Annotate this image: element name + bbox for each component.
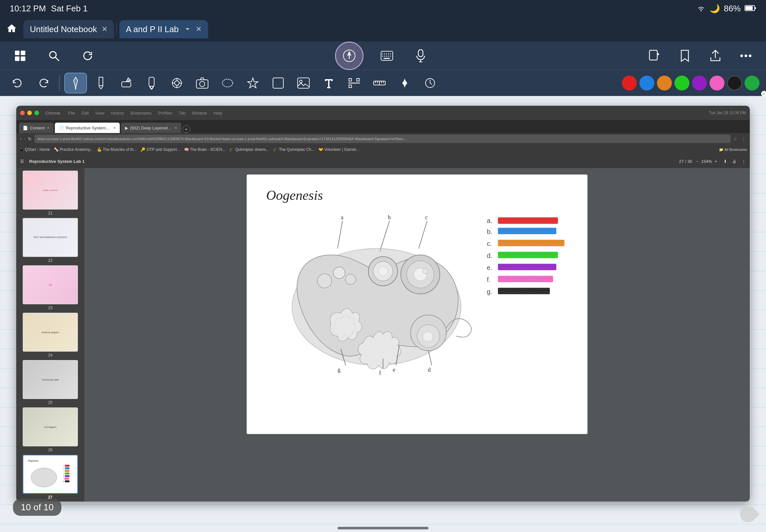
bmark-all[interactable]: 📁 All Bookmarks	[719, 148, 747, 152]
text-button[interactable]	[317, 73, 340, 93]
reload-btn[interactable]: ↻	[28, 136, 32, 141]
bookmarks-bar: 📱 QStart - Home 🦴 Practice Anatomy... 💪 …	[16, 145, 750, 154]
home-button[interactable]	[6, 24, 17, 35]
browser-menu-history[interactable]: History	[111, 111, 124, 115]
pdf-thumb-26[interactable]: cell diagram 26	[23, 407, 78, 452]
btab-close3[interactable]: ✕	[174, 126, 177, 130]
bookmark-button[interactable]	[675, 45, 695, 66]
browser-menu-help[interactable]: Help	[213, 111, 222, 115]
back-btn[interactable]: ‹	[20, 137, 21, 141]
grid-button[interactable]	[10, 45, 30, 66]
clock-button[interactable]	[419, 73, 442, 93]
bmark-qstart[interactable]: 📱 QStart - Home	[19, 147, 50, 152]
zoom-plus[interactable]: +	[714, 159, 717, 164]
tab-close-icon[interactable]: ✕	[102, 25, 107, 33]
browser-tab-video[interactable]: ▶ (932) Deep Layered Bro... ✕	[121, 123, 181, 133]
zoom-minus[interactable]: −	[696, 159, 699, 164]
thumb25-content: microscope slide	[23, 361, 77, 398]
share-button[interactable]	[705, 45, 726, 66]
pdf-more[interactable]: ⋮	[742, 159, 746, 164]
sparkle-button[interactable]	[394, 73, 416, 93]
image-button[interactable]	[292, 73, 315, 93]
pencil-button[interactable]	[90, 73, 112, 93]
traffic-light-red[interactable]	[20, 111, 25, 115]
address-more[interactable]: ⋮	[742, 137, 746, 141]
pdf-thumb-27[interactable]: Oogenesis a. ████ b. ████ c. ████ d. ███…	[23, 455, 78, 500]
pdf-print[interactable]: 🖨	[732, 159, 736, 164]
browser-menu-window[interactable]: Window	[192, 111, 207, 115]
svg-rect-102	[498, 240, 565, 246]
svg-text:b: b	[388, 214, 391, 221]
ruler-button[interactable]	[368, 73, 391, 93]
url-bar[interactable]: learn-us-east-1-prod-fleet02-xythos.cont…	[34, 135, 731, 143]
pdf-thumb-22[interactable]: TEXT INFORMATION CONTENT 22	[23, 218, 78, 263]
color-red[interactable]	[622, 76, 637, 91]
pdf-thumb-25[interactable]: microscope slide 25	[23, 360, 78, 405]
address-bar: ‹ › ↻ learn-us-east-1-prod-fleet02-xytho…	[16, 133, 750, 145]
pdf-thumb-21[interactable]: slide content 21	[23, 171, 78, 215]
browser-menu-view[interactable]: View	[95, 111, 104, 115]
btab-close1[interactable]: ✕	[47, 126, 50, 130]
more-button[interactable]	[736, 45, 756, 66]
refresh-button[interactable]	[77, 45, 98, 66]
microphone-button[interactable]	[410, 45, 431, 66]
shape-button[interactable]	[267, 73, 289, 93]
svg-text:Oogenesis: Oogenesis	[28, 459, 39, 462]
pdf-sidebar[interactable]: slide content 21 TEXT INFORMATION CONTEN…	[16, 168, 84, 502]
pen-tool-center[interactable]	[335, 42, 363, 70]
pdf-thumb-24[interactable]: anatomy diagram 24	[23, 313, 78, 357]
bmark-volunteer[interactable]: 🤝 Volunteer | Garnet...	[318, 147, 359, 152]
star-button[interactable]	[241, 73, 264, 93]
browser-tab-repro[interactable]: 📄 Reproductive System Lab 1 ✕	[55, 123, 120, 133]
target-button[interactable]	[165, 73, 188, 93]
highlighter-button[interactable]	[140, 73, 163, 93]
undo-button[interactable]	[6, 73, 29, 93]
pen-tool-button[interactable]	[64, 73, 87, 93]
browser-menu-file[interactable]: File	[68, 111, 75, 115]
color-purple[interactable]	[692, 76, 707, 91]
tab-2-close-icon[interactable]: ✕	[196, 25, 201, 33]
eraser-button[interactable]	[115, 73, 138, 93]
browser-menu-bookmarks[interactable]: Bookmarks	[130, 111, 152, 115]
pdf-menu-icon[interactable]: ☰	[20, 159, 24, 164]
camera-button[interactable]	[191, 73, 213, 93]
bmark-anatomy[interactable]: 🦴 Practice Anatomy...	[54, 147, 93, 152]
browser-menu-tab[interactable]: Tab	[178, 111, 185, 115]
color-green[interactable]	[675, 76, 689, 91]
bmark-otp[interactable]: 🔑 OTP and Support...	[140, 147, 180, 152]
time-display: 10:12 PM	[10, 4, 46, 14]
search-button[interactable]	[43, 45, 64, 66]
btab-close2[interactable]: ✕	[113, 126, 116, 130]
bmark-muscles[interactable]: 💪 The Muscles of th...	[97, 147, 137, 152]
home-indicator[interactable]	[337, 527, 429, 529]
lasso-button[interactable]	[216, 73, 239, 93]
traffic-light-yellow[interactable]	[27, 111, 32, 115]
tab-untitled-notebook[interactable]: Untitled Notebook ✕	[23, 20, 114, 38]
color-blue[interactable]	[639, 76, 654, 91]
keyboard-button[interactable]	[376, 45, 397, 66]
browser-menu-edit[interactable]: Edit	[81, 111, 89, 115]
color-dark-green[interactable]	[745, 76, 760, 91]
bmark-brain[interactable]: 🧠 The Brain - SCIEN...	[184, 147, 225, 152]
bmark-quinnipiac2[interactable]: 🎓 The Quinnipiac Ch...	[273, 147, 314, 152]
color-pink[interactable]	[710, 76, 724, 91]
bookmark-star[interactable]: ☆	[733, 137, 737, 141]
btab-icon2: 📄	[59, 126, 64, 130]
legend-bar-e	[498, 262, 558, 273]
redo-button[interactable]	[32, 73, 55, 93]
browser-menu-profiles[interactable]: Profiles	[158, 111, 172, 115]
pdf-page-area[interactable]: Oogenesis a b c	[84, 168, 750, 502]
pdf-page-nav: 27 / 30 − 154% +	[679, 159, 717, 164]
pdf-download[interactable]: ⬇	[723, 159, 727, 164]
forward-btn[interactable]: ›	[24, 137, 25, 141]
browser-tab-content[interactable]: 📄 Content ✕	[19, 123, 54, 133]
color-black[interactable]: ✓	[727, 76, 742, 91]
add-page-button[interactable]	[644, 45, 665, 66]
new-tab-button[interactable]: +	[182, 125, 190, 133]
bmark-quinnipiac1[interactable]: 🎓 Quinnipiac downs...	[229, 147, 269, 152]
pdf-thumb-23[interactable]: 15 23	[23, 265, 78, 310]
scan-button[interactable]	[343, 73, 365, 93]
tab-a-and-p[interactable]: A and P II Lab ✕	[119, 20, 208, 38]
color-orange[interactable]	[657, 76, 672, 91]
traffic-light-green[interactable]	[34, 111, 39, 115]
